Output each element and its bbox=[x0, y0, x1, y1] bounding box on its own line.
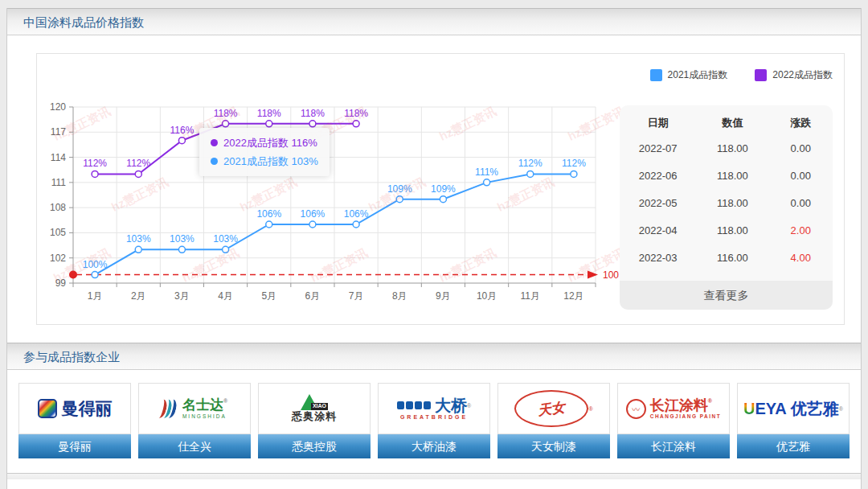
svg-text:4月: 4月 bbox=[218, 290, 233, 302]
index-table-header: 日期 数值 涨跌 bbox=[620, 105, 833, 134]
section-title-price-index: 中国涂料成品价格指数 bbox=[7, 8, 861, 35]
svg-text:108: 108 bbox=[50, 202, 66, 213]
xiao-logo: XIAO 悉奥涂料 bbox=[258, 383, 371, 434]
mingshida-swoosh-icon bbox=[162, 399, 176, 418]
company-card-tiannv[interactable]: 天女 ® 天女制漆 bbox=[497, 383, 610, 458]
svg-text:106%: 106% bbox=[301, 208, 326, 220]
changjiang-wave-icon: 〰 bbox=[626, 399, 646, 419]
svg-text:106%: 106% bbox=[256, 208, 281, 220]
svg-text:100%: 100% bbox=[83, 259, 108, 270]
ueya-logo: UEYA优艺雅® bbox=[737, 383, 850, 434]
mingshida-logo: 名士达® MINGSHIDA bbox=[138, 383, 251, 434]
svg-text:112%: 112% bbox=[518, 158, 542, 169]
svg-text:103%: 103% bbox=[213, 233, 238, 244]
tooltip-row-2021: 2021成品指数 103% bbox=[211, 152, 318, 171]
svg-text:3月: 3月 bbox=[174, 290, 190, 302]
company-label[interactable]: 悉奥控股 bbox=[258, 434, 371, 458]
svg-text:100: 100 bbox=[603, 269, 619, 281]
svg-text:118%: 118% bbox=[344, 108, 368, 119]
svg-text:118%: 118% bbox=[214, 108, 238, 119]
company-card-mandeli[interactable]: 曼得丽 曼得丽 bbox=[18, 383, 131, 458]
svg-text:109%: 109% bbox=[431, 183, 456, 195]
series-dot-2021 bbox=[211, 158, 218, 165]
svg-text:112%: 112% bbox=[562, 158, 586, 169]
mandeli-logo-icon bbox=[38, 399, 57, 418]
svg-text:120: 120 bbox=[50, 101, 66, 113]
table-row: 2022-04118.002.00 bbox=[620, 216, 833, 244]
chart-tooltip: 2022成品指数 116% 2021成品指数 103% bbox=[199, 128, 330, 176]
svg-text:111%: 111% bbox=[475, 166, 498, 178]
svg-text:116%: 116% bbox=[170, 125, 194, 136]
series-dot-2022 bbox=[211, 139, 218, 146]
svg-text:12月: 12月 bbox=[563, 290, 583, 302]
svg-text:111: 111 bbox=[51, 177, 67, 188]
company-label[interactable]: 优艺雅 bbox=[737, 434, 850, 458]
greatbridge-logo: 大桥® GREATBRIDGE bbox=[378, 383, 490, 434]
svg-text:102: 102 bbox=[50, 253, 66, 264]
company-label[interactable]: 曼得丽 bbox=[18, 434, 131, 458]
svg-text:109%: 109% bbox=[387, 183, 412, 195]
svg-text:105: 105 bbox=[50, 227, 66, 238]
chart-legend: 2021成品指数 2022成品指数 bbox=[650, 68, 833, 82]
svg-text:112%: 112% bbox=[126, 158, 150, 169]
mandeli-logo: 曼得丽 bbox=[18, 383, 131, 434]
company-label[interactable]: 仕全兴 bbox=[138, 434, 251, 458]
company-label[interactable]: 长江涂料 bbox=[617, 434, 730, 458]
bridge-piers-icon bbox=[397, 399, 432, 413]
svg-text:9月: 9月 bbox=[436, 290, 451, 302]
company-card-xiao[interactable]: XIAO 悉奥涂料 悉奥控股 bbox=[258, 383, 371, 458]
svg-text:118%: 118% bbox=[301, 108, 325, 119]
page-container: 中国涂料成品价格指数 991021051081111141171201月2月3月… bbox=[6, 8, 862, 489]
tooltip-row-2022: 2022成品指数 116% bbox=[211, 134, 318, 152]
company-card-greatbridge[interactable]: 大桥® GREATBRIDGE 大桥油漆 bbox=[378, 383, 490, 458]
company-card-ueya[interactable]: UEYA优艺雅® 优艺雅 bbox=[737, 383, 850, 458]
legend-item-2021[interactable]: 2021成品指数 bbox=[650, 68, 728, 82]
view-more-button[interactable]: 查看更多 bbox=[620, 281, 833, 310]
company-card-changjiang[interactable]: 〰 长江涂料® CHANGJIANG PAINT 长江涂料 bbox=[617, 383, 730, 458]
table-row: 2022-03116.004.00 bbox=[620, 244, 833, 271]
svg-text:7月: 7月 bbox=[349, 290, 364, 302]
svg-text:99: 99 bbox=[55, 277, 67, 289]
svg-text:6月: 6月 bbox=[305, 290, 321, 302]
section-divider bbox=[7, 473, 861, 479]
tiannv-logo: 天女 ® bbox=[497, 383, 610, 434]
legend-item-2022[interactable]: 2022成品指数 bbox=[755, 68, 833, 82]
company-label[interactable]: 大桥油漆 bbox=[378, 434, 490, 458]
svg-text:5月: 5月 bbox=[261, 290, 276, 302]
legend-label-2022: 2022成品指数 bbox=[772, 68, 833, 82]
svg-text:114: 114 bbox=[51, 152, 66, 163]
svg-text:10月: 10月 bbox=[477, 290, 497, 302]
section-title-companies: 参与成品指数企业 bbox=[7, 343, 861, 370]
changjiang-logo: 〰 长江涂料® CHANGJIANG PAINT bbox=[617, 383, 730, 434]
svg-text:106%: 106% bbox=[344, 208, 369, 220]
legend-label-2021: 2021成品指数 bbox=[668, 68, 728, 82]
legend-swatch-2021 bbox=[650, 69, 662, 81]
legend-swatch-2022 bbox=[755, 69, 767, 81]
company-label[interactable]: 天女制漆 bbox=[497, 434, 610, 458]
svg-text:112%: 112% bbox=[83, 158, 107, 169]
svg-text:2月: 2月 bbox=[131, 290, 146, 302]
index-table: 日期 数值 涨跌 2022-07118.000.00 2022-06118.00… bbox=[620, 105, 833, 310]
company-list: 曼得丽 曼得丽 名士达® MINGSHIDA 仕全兴 XIAO 悉奥涂料 bbox=[7, 370, 861, 458]
svg-text:1月: 1月 bbox=[88, 290, 103, 302]
table-row: 2022-07118.000.00 bbox=[620, 134, 833, 162]
svg-text:11月: 11月 bbox=[521, 290, 540, 302]
svg-text:103%: 103% bbox=[126, 233, 151, 244]
svg-text:8月: 8月 bbox=[392, 290, 407, 302]
table-row: 2022-06118.000.00 bbox=[620, 162, 833, 189]
tiannv-ellipse-icon: 天女 bbox=[514, 390, 588, 427]
table-row: 2022-05118.000.00 bbox=[620, 189, 833, 216]
svg-text:103%: 103% bbox=[170, 233, 194, 244]
svg-text:118%: 118% bbox=[257, 108, 281, 119]
company-card-shiquanxing[interactable]: 名士达® MINGSHIDA 仕全兴 bbox=[138, 383, 251, 458]
svg-text:117: 117 bbox=[51, 126, 66, 138]
price-index-chart-panel: 991021051081111141171201月2月3月4月5月6月7月8月9… bbox=[36, 53, 845, 325]
